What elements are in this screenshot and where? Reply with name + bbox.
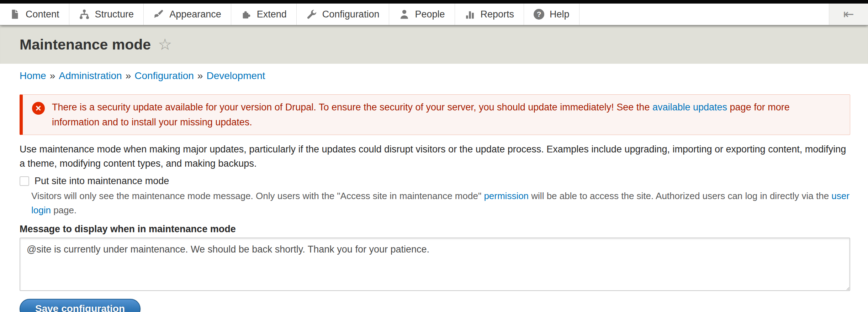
description-part1: Visitors will only see the maintenance m… xyxy=(31,191,484,201)
toolbar-item-label: Appearance xyxy=(169,9,221,20)
breadcrumb-link-home[interactable]: Home xyxy=(20,70,46,81)
toolbar-item-reports[interactable]: Reports xyxy=(455,4,524,25)
help-icon: ? xyxy=(534,9,544,20)
toolbar-item-label: People xyxy=(415,9,445,20)
error-x-icon: × xyxy=(32,102,45,115)
breadcrumb-link-configuration[interactable]: Configuration xyxy=(134,70,194,81)
toolbar-item-label: Reports xyxy=(481,9,514,20)
description-part3: page. xyxy=(51,205,76,215)
toolbar-orientation-toggle[interactable]: ⇤ xyxy=(829,4,868,25)
bar-chart-icon xyxy=(465,9,475,20)
breadcrumb-link-administration[interactable]: Administration xyxy=(59,70,122,81)
maintenance-mode-intro: Use maintenance mode when making major u… xyxy=(20,142,850,171)
toolbar-item-structure[interactable]: Structure xyxy=(69,4,144,25)
toolbar-item-label: Structure xyxy=(95,9,134,20)
toolbar-item-configuration[interactable]: Configuration xyxy=(297,4,390,25)
main-content: Home»Administration»Configuration»Develo… xyxy=(0,64,868,312)
breadcrumb-link-development[interactable]: Development xyxy=(206,70,265,81)
toolbar-item-label: Configuration xyxy=(322,9,380,20)
breadcrumb-separator: » xyxy=(126,70,131,81)
toolbar-spacer xyxy=(579,4,829,25)
person-icon xyxy=(399,9,409,20)
paintbrush-icon xyxy=(153,9,164,20)
maintenance-mode-checkbox-description: Visitors will only see the maintenance m… xyxy=(31,189,850,217)
permission-link[interactable]: permission xyxy=(484,191,529,201)
shortcut-star-icon[interactable]: ☆ xyxy=(158,37,172,52)
toolbar-item-appearance[interactable]: Appearance xyxy=(144,4,231,25)
file-icon xyxy=(10,9,20,20)
breadcrumb-separator: » xyxy=(197,70,203,81)
breadcrumb-separator: » xyxy=(50,70,55,81)
error-text-before: There is a security update available for… xyxy=(52,102,652,113)
maintenance-mode-checkbox-label[interactable]: Put site into maintenance mode xyxy=(35,176,169,187)
toolbar-item-help[interactable]: ? Help xyxy=(524,4,579,25)
toolbar-item-label: Extend xyxy=(257,9,287,20)
toolbar-item-label: Content xyxy=(26,9,59,20)
maintenance-mode-checkbox-row: Put site into maintenance mode xyxy=(20,176,850,187)
admin-toolbar: Content Structure Appearance Extend xyxy=(0,4,868,25)
toolbar-item-content[interactable]: Content xyxy=(0,4,69,25)
maintenance-message-textarea[interactable]: @site is currently under maintenance. We… xyxy=(20,238,850,291)
breadcrumb: Home»Administration»Configuration»Develo… xyxy=(20,69,850,82)
security-update-error-message: × There is a security update available f… xyxy=(20,94,850,135)
available-updates-link[interactable]: available updates xyxy=(652,102,727,113)
maintenance-mode-checkbox[interactable] xyxy=(20,176,29,186)
puzzle-icon xyxy=(241,9,252,20)
toolbar-item-people[interactable]: People xyxy=(389,4,455,25)
sitemap-icon xyxy=(79,9,90,20)
save-configuration-button[interactable]: Save configuration xyxy=(20,299,141,312)
toolbar-top-strip xyxy=(0,0,868,4)
description-part2: will be able to access the site. Authori… xyxy=(529,191,831,201)
maintenance-message-label: Message to display when in maintenance m… xyxy=(20,224,850,235)
toolbar-item-extend[interactable]: Extend xyxy=(231,4,297,25)
wrench-icon xyxy=(306,9,317,20)
page-header: Maintenance mode ☆ xyxy=(0,25,868,64)
toolbar-item-label: Help xyxy=(550,9,570,20)
collapse-left-icon: ⇤ xyxy=(843,7,854,22)
page-title: Maintenance mode xyxy=(20,36,151,53)
